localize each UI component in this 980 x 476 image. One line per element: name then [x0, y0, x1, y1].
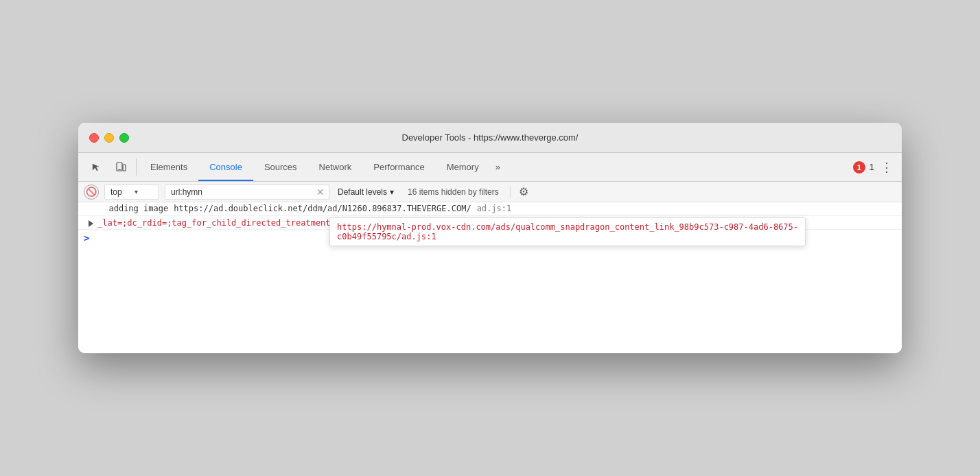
devtools-window: Developer Tools - https://www.theverge.c… [78, 123, 902, 353]
prompt-chevron-icon: > [84, 233, 89, 243]
svg-rect-1 [118, 169, 121, 170]
more-tabs-button[interactable]: » [490, 153, 506, 181]
tab-memory[interactable]: Memory [436, 153, 490, 181]
filter-info-text: 16 items hidden by filters [408, 187, 499, 197]
devtools-tab-bar: Elements Console Sources Network Perform… [78, 153, 902, 182]
minimize-button[interactable] [104, 133, 114, 143]
traffic-lights [89, 133, 129, 143]
tab-performance[interactable]: Performance [362, 153, 435, 181]
url-tooltip: https://hymnal-prod.vox-cdn.com/ads/qual… [329, 217, 806, 246]
console-content: adding image https://ad.doubleclick.net/… [78, 202, 902, 353]
select-element-icon[interactable] [84, 153, 108, 181]
more-options-button[interactable]: ⋮ [877, 158, 896, 177]
log-source-ref: ad.js:1 [477, 204, 512, 213]
svg-rect-2 [123, 165, 126, 171]
settings-icon: ⚙ [519, 185, 528, 198]
window-title: Developer Tools - https://www.theverge.c… [402, 132, 579, 143]
title-bar: Developer Tools - https://www.theverge.c… [78, 123, 902, 153]
expand-row-icon[interactable] [89, 220, 93, 227]
log-prefix [97, 204, 107, 213]
tooltip-line1: https://hymnal-prod.vox-cdn.com/ads/qual… [337, 222, 798, 232]
context-selector[interactable]: top ▾ [104, 185, 159, 200]
device-toolbar-icon[interactable] [108, 153, 133, 181]
tabs-divider [136, 158, 137, 176]
maximize-button[interactable] [119, 133, 129, 143]
settings-button[interactable]: ⚙ [516, 185, 531, 198]
context-chevron-icon: ▾ [135, 188, 156, 195]
filter-input-wrapper: ✕ [165, 185, 329, 200]
close-button[interactable] [89, 133, 99, 143]
toolbar-divider [510, 186, 511, 198]
tooltip-line2: c0b49f55795c/ad.js:1 [337, 232, 798, 241]
default-levels-button[interactable]: Default levels ▾ [332, 187, 399, 197]
log-adding-text: adding image [108, 204, 168, 213]
tab-console[interactable]: Console [198, 153, 253, 181]
console-row-wrapper: adding image https://ad.doubleclick.net/… [78, 202, 902, 216]
error-count-button[interactable]: 1 1 [853, 161, 874, 174]
levels-chevron-icon: ▾ [390, 187, 394, 197]
console-log-row: adding image https://ad.doubleclick.net/… [78, 202, 902, 216]
tab-network[interactable]: Network [308, 153, 363, 181]
tabs-right-controls: 1 1 ⋮ [853, 153, 896, 181]
filter-input[interactable] [171, 187, 315, 197]
block-requests-button[interactable]: 🚫 [84, 185, 99, 200]
error-icon: 1 [853, 161, 865, 174]
collapsed-row-text: _lat=;dc_rdid=;tag_for_child_directed_tr… [97, 218, 350, 228]
tab-sources[interactable]: Sources [253, 153, 308, 181]
tab-elements[interactable]: Elements [139, 153, 198, 181]
console-toolbar: 🚫 top ▾ ✕ Default levels ▾ 16 items hidd… [78, 182, 902, 202]
log-adding-url: https://ad.doubleclick.net/ddm/ad/N1260.… [174, 204, 471, 213]
filter-clear-button[interactable]: ✕ [315, 187, 326, 197]
